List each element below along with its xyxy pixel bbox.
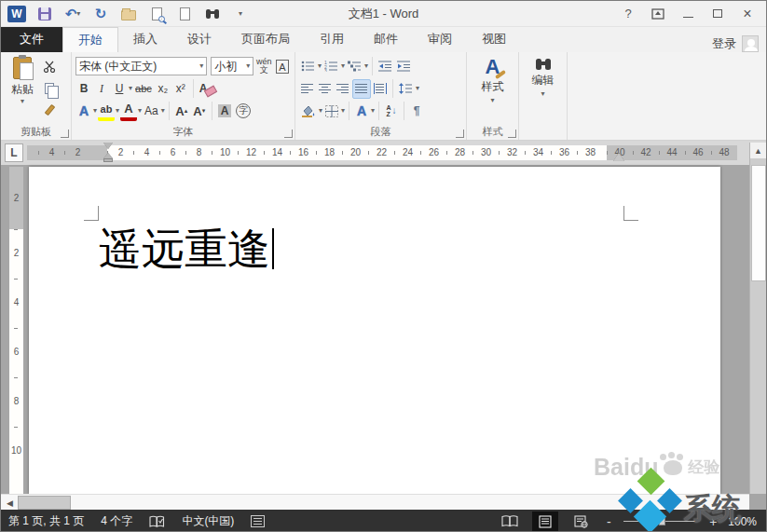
styles-caret-icon[interactable]: ▾ — [490, 97, 494, 104]
horizontal-scroll-thumb[interactable] — [18, 496, 71, 510]
vertical-ruler[interactable]: 2 246810 — [9, 167, 23, 494]
numbering-caret-icon[interactable]: ▾ — [341, 62, 345, 70]
zoom-out-button[interactable]: - — [603, 514, 614, 529]
increase-indent-button[interactable] — [395, 57, 413, 76]
text-effects-button[interactable]: A — [75, 102, 92, 121]
ribbon-tab[interactable]: 设计 — [172, 27, 226, 52]
qat-customize-button[interactable]: ▾ — [231, 5, 250, 23]
undo-caret-icon[interactable]: ▾ — [76, 10, 80, 18]
multilevel-caret-icon[interactable]: ▾ — [364, 62, 368, 70]
styles-dialog-launcher[interactable] — [508, 130, 516, 138]
bold-button[interactable]: B — [75, 79, 92, 99]
word-logo-icon[interactable]: W — [7, 5, 26, 23]
new-document-button[interactable] — [175, 5, 194, 23]
sign-in-area[interactable]: 登录 — [712, 35, 766, 52]
minimize-button[interactable] — [675, 4, 701, 24]
shrink-font-button[interactable]: A▾ — [191, 102, 208, 121]
word-count[interactable]: 4 个字 — [101, 513, 132, 529]
cut-button[interactable] — [40, 57, 59, 76]
numbering-button[interactable]: 123 — [322, 57, 340, 76]
text-effects-caret-icon[interactable]: ▾ — [93, 107, 97, 115]
proofing-status[interactable] — [149, 515, 165, 528]
justify-button[interactable] — [352, 79, 371, 99]
copy-button[interactable] — [40, 78, 59, 98]
paste-caret-icon[interactable]: ▾ — [21, 98, 24, 105]
italic-button[interactable]: I — [93, 79, 110, 99]
clipboard-dialog-launcher[interactable] — [61, 130, 69, 138]
font-color-caret-icon[interactable]: ▾ — [138, 107, 142, 115]
web-layout-button[interactable] — [568, 512, 594, 531]
ribbon-tab[interactable]: 审阅 — [413, 27, 467, 52]
asian-layout-button[interactable]: A — [353, 102, 370, 121]
show-hide-marks-button[interactable]: ¶ — [408, 102, 425, 121]
input-mode-indicator[interactable] — [251, 515, 265, 527]
ribbon-tab[interactable]: 开始 — [62, 27, 118, 52]
open-button[interactable] — [119, 5, 138, 23]
font-size-caret-icon[interactable]: ▾ — [243, 62, 250, 70]
borders-caret-icon[interactable]: ▾ — [341, 107, 345, 115]
character-border-button[interactable]: A — [274, 57, 291, 76]
paste-button[interactable]: 粘贴 ▾ — [5, 55, 40, 125]
borders-button[interactable] — [323, 102, 340, 121]
bullets-button[interactable] — [299, 57, 317, 76]
font-size-combobox[interactable]: 小初 ▾ — [211, 57, 253, 75]
zoom-slider-thumb[interactable] — [659, 517, 665, 525]
highlight-color-button[interactable]: ab — [98, 102, 115, 121]
save-button[interactable] — [35, 5, 54, 23]
help-button[interactable]: ? — [615, 4, 641, 24]
zoom-slider[interactable] — [623, 521, 698, 522]
read-mode-button[interactable] — [497, 512, 523, 531]
distribute-button[interactable] — [372, 79, 389, 99]
ribbon-display-options-button[interactable] — [645, 4, 671, 24]
underline-button[interactable]: U — [111, 79, 128, 99]
undo-button[interactable]: ↶▾ — [63, 5, 82, 23]
underline-caret-icon[interactable]: ▾ — [129, 85, 132, 92]
sort-button[interactable]: AZ ↓ — [383, 102, 400, 121]
print-layout-button[interactable] — [532, 512, 558, 531]
superscript-button[interactable]: x² — [172, 79, 189, 99]
first-line-indent-marker[interactable] — [103, 143, 113, 149]
format-painter-button[interactable] — [40, 100, 59, 119]
change-case-button[interactable]: Aa — [143, 102, 160, 121]
ribbon-tab[interactable]: 插入 — [118, 27, 172, 52]
align-left-button[interactable] — [299, 79, 316, 99]
ribbon-tab[interactable]: 邮件 — [359, 27, 413, 52]
shading-button[interactable] — [299, 102, 318, 121]
shading-caret-icon[interactable]: ▾ — [319, 107, 322, 115]
zoom-level[interactable]: 100% — [728, 515, 757, 528]
print-preview-button[interactable] — [147, 5, 166, 23]
tab-stop-selector[interactable]: L — [5, 143, 23, 162]
line-spacing-caret-icon[interactable]: ▾ — [416, 85, 419, 92]
font-name-caret-icon[interactable]: ▾ — [197, 62, 203, 70]
editing-caret-icon[interactable]: ▾ — [541, 90, 544, 98]
editing-button[interactable]: 编辑 ▾ — [523, 55, 563, 98]
paragraph-dialog-launcher[interactable] — [456, 130, 464, 138]
left-indent-marker[interactable] — [103, 158, 113, 162]
asian-layout-caret-icon[interactable]: ▾ — [371, 107, 375, 115]
sign-in-label[interactable]: 登录 — [712, 35, 736, 52]
redo-button[interactable]: ↻ — [91, 5, 110, 23]
phonetic-guide-button[interactable]: wén文 — [254, 57, 273, 76]
grow-font-button[interactable]: A▴ — [173, 102, 190, 121]
subscript-button[interactable]: x₂ — [155, 79, 171, 99]
character-shading-button[interactable]: A — [216, 102, 234, 121]
bullets-caret-icon[interactable]: ▾ — [318, 62, 322, 70]
document-page[interactable]: 遥远重逢 — [29, 167, 720, 494]
maximize-button[interactable] — [705, 4, 731, 24]
align-right-button[interactable] — [335, 79, 351, 99]
vertical-scrollbar[interactable]: ▲ — [749, 143, 766, 494]
horizontal-ruler[interactable]: 42 2468101214161820222426283032343638 40… — [27, 145, 737, 160]
strikethrough-button[interactable]: abc — [133, 79, 154, 99]
clear-formatting-button[interactable]: A — [198, 79, 219, 99]
line-spacing-button[interactable] — [397, 79, 415, 99]
right-indent-marker[interactable] — [613, 153, 624, 161]
font-color-button[interactable]: A — [120, 102, 137, 121]
horizontal-scrollbar[interactable]: ◀ — [1, 494, 749, 510]
font-dialog-launcher[interactable] — [284, 130, 293, 138]
align-center-button[interactable] — [317, 79, 334, 99]
decrease-indent-button[interactable] — [377, 57, 394, 76]
scroll-up-button[interactable]: ▲ — [750, 143, 766, 158]
vertical-scroll-thumb[interactable] — [751, 165, 766, 281]
find-button[interactable] — [203, 5, 222, 23]
multilevel-list-button[interactable] — [346, 57, 363, 76]
